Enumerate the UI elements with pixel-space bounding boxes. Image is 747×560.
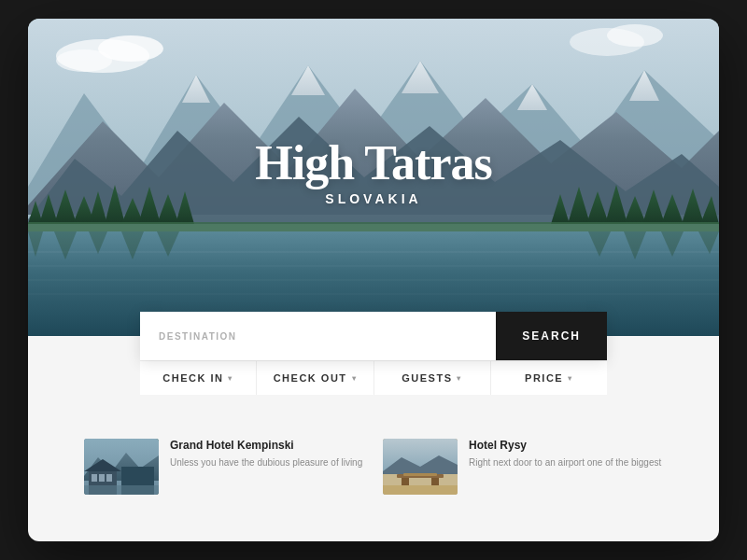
hotel-thumb-2-image	[383, 439, 458, 495]
guests-label: GUESTS	[402, 372, 452, 384]
check-out-chevron: ▾	[352, 374, 358, 383]
hero-title: High Tatras	[255, 139, 491, 188]
hotel-thumb-1	[84, 439, 159, 495]
svg-rect-56	[84, 485, 159, 495]
tab-check-in[interactable]: CHECK IN ▾	[140, 361, 257, 395]
svg-rect-63	[403, 473, 437, 476]
destination-input-wrapper[interactable]: DESTINATION	[140, 312, 496, 360]
hero-subtitle: SLOVAKIA	[255, 191, 491, 206]
svg-point-5	[607, 24, 663, 47]
hotel-desc-1: Unless you have the dubious pleasure of …	[170, 455, 362, 469]
hotel-cards: Grand Hotel Kempinski Unless you have th…	[84, 439, 663, 495]
main-screen: High Tatras SLOVAKIA DESTINATION SEARCH …	[28, 19, 719, 541]
price-chevron: ▾	[568, 374, 573, 383]
hotel-card-2[interactable]: Hotel Rysy Right next door to an airport…	[383, 439, 663, 495]
svg-point-3	[56, 49, 112, 72]
bottom-section: DESTINATION SEARCH CHECK IN ▾ CHECK OUT …	[28, 336, 719, 541]
svg-rect-53	[106, 474, 112, 482]
check-in-label: CHECK IN	[162, 372, 223, 384]
hero-section: High Tatras SLOVAKIA	[28, 19, 719, 336]
tab-check-out[interactable]: CHECK OUT ▾	[257, 361, 374, 395]
hotel-name-1: Grand Hotel Kempinski	[170, 439, 362, 452]
price-label: PRICE	[525, 372, 563, 384]
check-in-chevron: ▾	[228, 374, 233, 383]
hotel-info-2: Hotel Rysy Right next door to an airport…	[469, 439, 661, 469]
search-bar: DESTINATION SEARCH	[140, 312, 607, 360]
hero-text: High Tatras SLOVAKIA	[255, 139, 491, 206]
guests-chevron: ▾	[457, 374, 462, 383]
hotel-thumb-2	[383, 439, 458, 495]
svg-rect-33	[28, 222, 719, 231]
hotel-desc-2: Right next door to an airport one of the…	[469, 455, 661, 469]
destination-label: DESTINATION	[159, 331, 237, 342]
hotel-name-2: Hotel Rysy	[469, 439, 661, 452]
hotel-card-1[interactable]: Grand Hotel Kempinski Unless you have th…	[84, 439, 364, 495]
tab-price[interactable]: PRICE ▾	[491, 361, 607, 395]
check-out-label: CHECK OUT	[274, 372, 347, 384]
hotel-thumb-1-image	[84, 439, 159, 495]
svg-rect-52	[99, 474, 105, 482]
tab-guests[interactable]: GUESTS ▾	[374, 361, 491, 395]
search-button[interactable]: SEARCH	[496, 312, 607, 360]
filter-tabs: CHECK IN ▾ CHECK OUT ▾ GUESTS ▾ PRICE ▾	[140, 360, 607, 395]
hotel-info-1: Grand Hotel Kempinski Unless you have th…	[170, 439, 362, 469]
svg-rect-64	[383, 485, 458, 495]
svg-rect-51	[92, 474, 97, 482]
